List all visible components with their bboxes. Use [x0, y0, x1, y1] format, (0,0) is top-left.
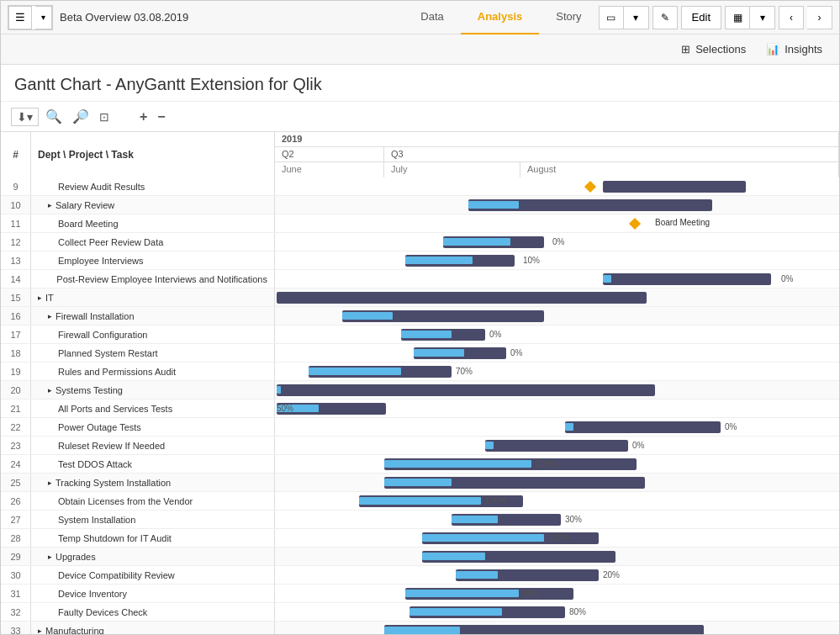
top-right-controls: ▭ ▾ ✎ Edit ▦ ▾ ‹ › — [599, 6, 832, 29]
bar-progress — [384, 460, 531, 468]
row-num: 14 — [1, 270, 31, 288]
pencil-icon-button[interactable]: ✎ — [652, 6, 678, 29]
row-num: 11 — [1, 214, 31, 232]
expand-arrow[interactable]: ▸ — [48, 201, 52, 209]
bar-progress — [409, 608, 502, 616]
bar-cell: Review Audit Results — [275, 177, 839, 195]
menu-chevron-button[interactable]: ▾ — [35, 6, 52, 29]
table-row: 15▸IT — [1, 288, 839, 307]
expand-arrow[interactable]: ▸ — [38, 294, 42, 302]
bar-progress — [309, 368, 401, 375]
milestone-marker — [584, 181, 596, 193]
row-task: Firewall Configuration — [31, 325, 275, 343]
task-name: Salary Review — [55, 200, 114, 210]
task-name: Board Meeting — [58, 219, 119, 229]
bar-label: 100% — [536, 459, 557, 468]
task-name: Device Compatibility Review — [58, 570, 175, 580]
row-num: 23 — [1, 437, 31, 454]
row-num: 17 — [1, 325, 31, 343]
top-bar: ☰ ▾ Beta Overview 03.08.2019 Data Analys… — [1, 1, 839, 34]
col-task-header: Dept \ Project \ Task — [31, 132, 275, 177]
tab-data[interactable]: Data — [404, 1, 460, 34]
chevron-icon: ▾ — [633, 12, 638, 24]
bar-cell: 0% — [275, 270, 839, 288]
dropdown-arrow: ▾ — [27, 110, 33, 124]
table-row: 14Post-Review Employee Interviews and No… — [1, 270, 839, 288]
insights-icon: 📊 — [766, 43, 779, 56]
row-task: ▸Systems Testing — [31, 381, 275, 399]
remove-row-button[interactable]: − — [154, 108, 168, 126]
insights-button[interactable]: 📊 Insights — [756, 40, 832, 59]
row-num: 19 — [1, 362, 31, 380]
bar-progress — [485, 442, 494, 449]
chart-icon-button[interactable]: ▦ — [725, 6, 750, 29]
sheet-chevron-button[interactable]: ▾ — [624, 6, 649, 29]
expand-arrow[interactable]: ▸ — [48, 386, 52, 394]
bar-cell: 100% — [275, 529, 839, 547]
task-name: Collect Peer Review Data — [58, 237, 163, 247]
selections-label: Selections — [695, 43, 746, 56]
bar-cell: 30% — [275, 511, 839, 528]
nav-tabs: Data Analysis Story — [404, 1, 598, 34]
bar-progress — [359, 497, 481, 505]
chart-toolbar: ⬇ ▾ 🔍 🔎 ⊡ + − — [1, 102, 839, 132]
forward-icon: › — [818, 12, 822, 24]
table-row: 20▸Systems Testing — [1, 381, 839, 400]
col-num-header: # — [1, 132, 31, 177]
sheet-icon-button[interactable]: ▭ — [599, 6, 624, 29]
app-container: ☰ ▾ Beta Overview 03.08.2019 Data Analys… — [0, 0, 840, 635]
table-row: 30Device Compatibility Review20% — [1, 566, 839, 585]
chart-chevron-button[interactable]: ▾ — [750, 6, 775, 29]
task-name: Post-Review Employee Interviews and Noti… — [56, 274, 267, 284]
edit-button[interactable]: Edit — [681, 6, 721, 29]
nav-back-button[interactable]: ‹ — [779, 6, 804, 29]
selections-button[interactable]: ⊞ Selections — [671, 40, 756, 59]
expand-arrow[interactable]: ▸ — [48, 479, 52, 487]
row-num: 26 — [1, 492, 31, 510]
row-task: Temp Shutdown for IT Audit — [31, 529, 275, 547]
year-row: 2019 — [275, 132, 839, 147]
bar-cell: 10% — [275, 251, 839, 269]
fit-screen-button[interactable]: ⊡ — [96, 108, 113, 125]
expand-arrow[interactable]: ▸ — [38, 627, 42, 635]
bar-cell: 100% — [275, 492, 839, 510]
row-task: Collect Peer Review Data — [31, 233, 275, 251]
bar-cell — [275, 622, 839, 634]
table-row: 17Firewall Configuration0% — [1, 325, 839, 344]
tab-story[interactable]: Story — [539, 1, 598, 34]
table-row: 9Review Audit ResultsReview Audit Result… — [1, 177, 839, 196]
add-row-button[interactable]: + — [136, 108, 151, 126]
bar-label: 80% — [569, 607, 586, 616]
bar-background — [603, 181, 746, 193]
tab-analysis[interactable]: Analysis — [461, 1, 539, 34]
expand-arrow[interactable]: ▸ — [48, 553, 52, 561]
task-name: Systems Testing — [55, 385, 123, 395]
bar-progress — [277, 386, 281, 394]
bar-cell: Board Meeting — [275, 214, 839, 232]
second-bar: ⊞ Selections 📊 Insights — [1, 34, 839, 65]
bar-cell: 100% — [275, 455, 839, 473]
table-row: 26Obtain Licenses from the Vendor100% — [1, 492, 839, 511]
nav-forward-button[interactable]: › — [807, 6, 832, 29]
hamburger-button[interactable]: ☰ — [8, 6, 32, 29]
table-row: 11Board MeetingBoard Meeting — [1, 214, 839, 233]
table-row: 28Temp Shutdown for IT Audit100% — [1, 529, 839, 548]
bar-background — [277, 384, 655, 396]
bar-progress — [422, 553, 485, 560]
task-name: Firewall Configuration — [58, 330, 147, 340]
milestone-marker — [629, 218, 641, 230]
bar-cell: 90% — [275, 585, 839, 602]
row-num: 28 — [1, 529, 31, 547]
download-button[interactable]: ⬇ ▾ — [11, 108, 39, 126]
pencil-icon: ✎ — [661, 12, 669, 24]
table-row: 13Employee Interviews10% — [1, 251, 839, 270]
june-label: June — [275, 162, 384, 177]
bar-cell: 0% — [275, 325, 839, 343]
zoom-out-icon: 🔎 — [72, 108, 89, 124]
zoom-out-button[interactable]: 🔎 — [69, 107, 92, 126]
zoom-in-button[interactable]: 🔍 — [42, 107, 66, 126]
expand-arrow[interactable]: ▸ — [48, 312, 52, 320]
table-row: 33▸Manufacturing — [1, 622, 839, 634]
bar-cell — [275, 196, 839, 214]
bar-progress — [405, 590, 519, 597]
